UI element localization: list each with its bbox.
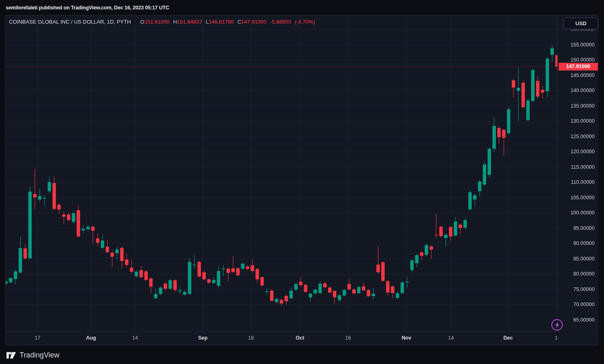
price-tick-label: 65.00000 (573, 317, 595, 323)
close-value: 147.91000 (241, 19, 266, 25)
lightning-bolt-glyph (555, 322, 560, 328)
time-tick-label: Sep (198, 335, 208, 341)
price-tick-label: 80.00000 (573, 271, 595, 277)
lightning-boost-icon[interactable] (551, 319, 563, 331)
time-tick-label: Oct (296, 335, 304, 341)
price-tick-label: 85.00000 (573, 256, 595, 262)
price-tick-label: 70.00000 (573, 302, 595, 307)
price-tick-label: 145.00000 (571, 73, 595, 78)
time-tick-label: 17 (35, 335, 40, 341)
tradingview-snapshot-page: semilorefaleti published on TradingView.… (0, 0, 604, 364)
candles-svg[interactable] (6, 15, 558, 331)
price-tick-label: 130.00000 (571, 118, 595, 124)
publisher-bar: semilorefaleti published on TradingView.… (6, 3, 169, 12)
close-label: C (238, 19, 241, 25)
tradingview-logo-icon[interactable] (6, 350, 17, 361)
symbol-title: COINBASE GLOBAL INC / US DOLLAR, 1D, PYT… (9, 19, 131, 25)
currency-toggle-button[interactable]: USD (564, 18, 598, 29)
price-tick-label: 120.00000 (571, 149, 595, 154)
open-value: 151.61000 (144, 19, 169, 25)
chart-card: COINBASE GLOBAL INC / US DOLLAR, 1D, PYT… (5, 15, 598, 345)
price-tick-label: 115.00000 (571, 164, 595, 170)
change-percent: (-3.70%) (295, 19, 315, 25)
price-tick-label: 105.00000 (571, 195, 595, 201)
time-tick-label: Nov (402, 335, 411, 341)
price-tick-label: 95.00000 (573, 225, 595, 231)
current-price-badge: 147.91000 (559, 63, 598, 71)
price-tick-label: 135.00000 (571, 103, 595, 109)
candlestick-plot[interactable] (6, 15, 558, 331)
price-tick-label: 140.00000 (571, 88, 595, 93)
high-value: 151.64837 (177, 19, 202, 25)
time-tick-label: 1 (555, 335, 558, 341)
footer-bar: TradingView (6, 349, 59, 361)
time-axis[interactable]: 17Aug14Sep18Oct16Nov14Dec1 (6, 331, 558, 345)
high-label: H (173, 19, 177, 25)
time-tick-label: Dec (504, 335, 513, 341)
price-tick-label: 110.00000 (571, 179, 595, 185)
time-tick-label: 14 (448, 335, 454, 341)
price-tick-label: 90.00000 (573, 240, 595, 246)
price-axis[interactable]: 147.91000 160.00000155.00000150.00000145… (557, 15, 599, 331)
price-tick-label: 75.00000 (573, 287, 595, 292)
time-tick-label: 16 (345, 335, 351, 341)
change-absolute: -5.68503 (270, 19, 291, 25)
chart-legend[interactable]: COINBASE GLOBAL INC / US DOLLAR, 1D, PYT… (9, 18, 315, 26)
open-label: O (140, 19, 144, 25)
time-tick-label: Aug (86, 335, 96, 341)
brand-wordmark[interactable]: TradingView (20, 351, 59, 360)
price-tick-label: 155.00000 (571, 42, 595, 48)
time-tick-label: 14 (132, 335, 138, 341)
price-tick-label: 125.00000 (571, 134, 595, 139)
price-tick-label: 100.00000 (571, 210, 595, 216)
low-value: 146.81780 (209, 19, 233, 25)
time-tick-label: 18 (248, 335, 254, 341)
price-tick-label: 150.00000 (571, 57, 595, 63)
